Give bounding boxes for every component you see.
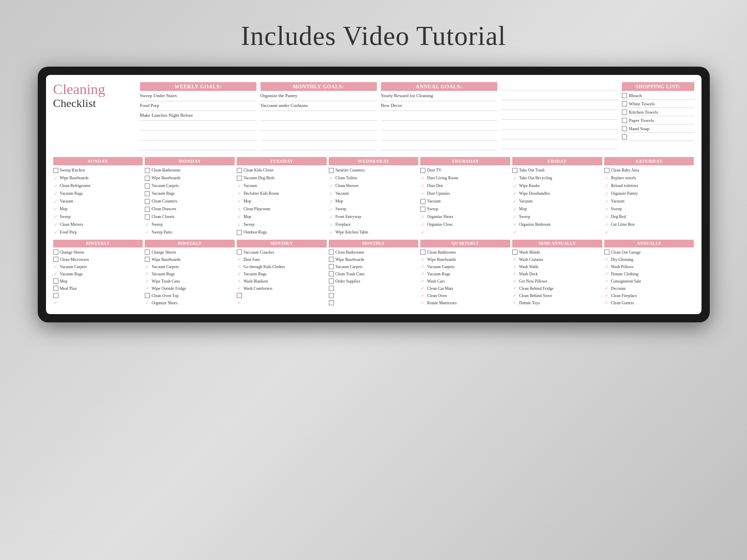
check-empty-icon[interactable] [420,207,425,212]
check-filled-icon[interactable]: ✓ [420,300,425,305]
check-filled-icon[interactable]: ✓ [53,176,58,181]
check-filled-icon[interactable]: ✓ [512,176,517,181]
check-filled-icon[interactable]: ✓ [237,183,242,189]
check-empty-icon[interactable] [512,168,517,173]
check-filled-icon[interactable]: ✓ [604,271,609,276]
check-empty-icon[interactable] [237,168,242,173]
check-filled-icon[interactable]: ✓ [237,207,242,212]
check-filled-icon[interactable]: ✓ [329,191,334,196]
shopping-checkbox-3[interactable] [622,110,627,115]
check-filled-icon[interactable]: ✓ [512,183,517,189]
check-empty-icon[interactable] [145,191,150,196]
check-filled-icon[interactable]: ✓ [237,222,242,227]
shopping-checkbox-4[interactable] [622,118,627,123]
check-empty-icon[interactable] [145,257,150,262]
check-filled-icon[interactable]: ✓ [329,207,334,212]
check-filled-icon[interactable]: ✓ [420,176,425,181]
check-empty-icon[interactable] [53,293,58,298]
check-filled-icon[interactable]: ✓ [420,293,425,298]
check-filled-icon[interactable]: ✓ [237,286,242,291]
check-filled-icon[interactable]: ✓ [420,214,425,220]
check-empty-icon[interactable] [329,250,334,255]
check-empty-icon[interactable] [145,176,150,181]
check-empty-icon[interactable] [145,168,150,173]
check-filled-icon[interactable]: ✓ [53,191,58,196]
check-filled-icon[interactable]: ✓ [604,199,609,204]
check-filled-icon[interactable]: ✓ [329,183,334,189]
check-empty-icon[interactable] [53,257,58,262]
check-filled-icon[interactable]: ✓ [53,264,58,269]
check-empty-icon[interactable] [329,168,334,173]
check-filled-icon[interactable]: ✓ [145,300,150,305]
check-empty-icon[interactable] [53,278,58,284]
check-filled-icon[interactable]: ✓ [145,271,150,276]
check-empty-icon[interactable] [145,214,150,220]
check-filled-icon[interactable]: ✓ [604,278,609,284]
check-empty-icon[interactable] [329,264,334,269]
check-filled-icon[interactable]: ✓ [420,278,425,284]
check-filled-icon[interactable]: ✓ [53,222,58,227]
check-filled-icon[interactable]: ✓ [145,286,150,291]
check-filled-icon[interactable]: ✓ [237,271,242,276]
check-filled-icon[interactable]: ✓ [329,222,334,227]
check-filled-icon[interactable]: ✓ [53,300,58,305]
check-filled-icon[interactable]: ✓ [145,264,150,269]
check-empty-icon[interactable] [420,168,425,173]
check-filled-icon[interactable]: ✓ [604,183,609,189]
check-empty-icon[interactable] [237,176,242,181]
check-filled-icon[interactable]: ✓ [604,264,609,269]
check-filled-icon[interactable]: ✓ [604,230,609,235]
check-filled-icon[interactable]: ✓ [604,222,609,227]
check-empty-icon[interactable] [237,250,242,255]
check-filled-icon[interactable]: ✓ [420,286,425,291]
check-filled-icon[interactable]: ✓ [420,257,425,262]
check-filled-icon[interactable]: ✓ [512,230,517,235]
check-filled-icon[interactable]: ✓ [237,264,242,269]
check-filled-icon[interactable]: ✓ [329,176,334,181]
check-filled-icon[interactable]: ✓ [145,222,150,227]
check-filled-icon[interactable]: ✓ [420,271,425,276]
check-filled-icon[interactable]: ✓ [512,300,517,305]
check-empty-icon[interactable] [329,286,334,291]
check-empty-icon[interactable] [604,168,609,173]
check-empty-icon[interactable] [145,183,150,189]
check-filled-icon[interactable]: ✓ [512,207,517,212]
check-filled-icon[interactable]: ✓ [512,191,517,196]
check-filled-icon[interactable]: ✓ [604,293,609,298]
check-empty-icon[interactable] [329,293,334,298]
check-filled-icon[interactable]: ✓ [53,199,58,204]
check-empty-icon[interactable] [237,293,242,298]
check-filled-icon[interactable]: ✓ [237,257,242,262]
check-empty-icon[interactable] [420,199,425,204]
check-filled-icon[interactable]: ✓ [604,214,609,220]
check-filled-icon[interactable]: ✓ [145,278,150,284]
check-filled-icon[interactable]: ✓ [53,214,58,220]
check-filled-icon[interactable]: ✓ [145,230,150,235]
check-filled-icon[interactable]: ✓ [53,271,58,276]
check-empty-icon[interactable] [145,207,150,212]
check-filled-icon[interactable]: ✓ [420,230,425,235]
check-filled-icon[interactable]: ✓ [420,191,425,196]
check-filled-icon[interactable]: ✓ [420,222,425,227]
check-empty-icon[interactable] [237,230,242,235]
check-empty-icon[interactable] [420,250,425,255]
check-filled-icon[interactable]: ✓ [329,199,334,204]
check-filled-icon[interactable]: ✓ [512,278,517,284]
shopping-checkbox-1[interactable] [622,93,627,98]
check-empty-icon[interactable] [329,257,334,262]
shopping-checkbox-5[interactable] [622,126,627,131]
check-empty-icon[interactable] [329,278,334,284]
check-filled-icon[interactable]: ✓ [329,214,334,220]
check-filled-icon[interactable]: ✓ [512,214,517,220]
check-empty-icon[interactable] [145,293,150,298]
check-filled-icon[interactable]: ✓ [604,191,609,196]
check-filled-icon[interactable]: ✓ [329,230,334,235]
check-filled-icon[interactable]: ✓ [604,257,609,262]
check-filled-icon[interactable]: ✓ [512,257,517,262]
check-filled-icon[interactable]: ✓ [604,300,609,305]
check-empty-icon[interactable] [53,250,58,255]
check-empty-icon[interactable] [512,250,517,255]
check-filled-icon[interactable]: ✓ [237,300,242,305]
check-filled-icon[interactable]: ✓ [237,191,242,196]
check-filled-icon[interactable]: ✓ [512,293,517,298]
